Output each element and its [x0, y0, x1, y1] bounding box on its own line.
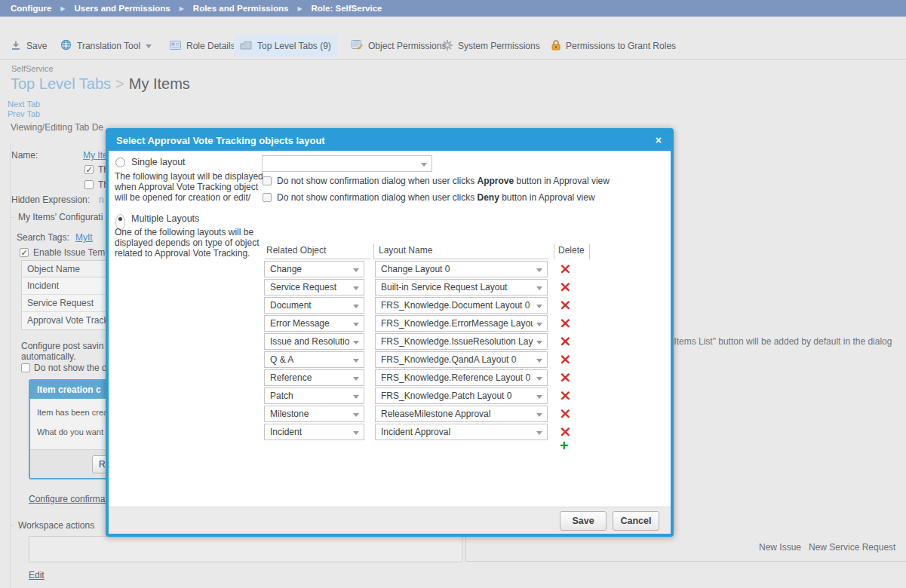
related-object-select[interactable]: Incident: [264, 424, 364, 440]
chevron-down-icon: [536, 431, 542, 435]
do-not-show-dialog-checkbox[interactable]: [21, 363, 30, 372]
related-object-select[interactable]: Milestone: [264, 406, 364, 422]
related-object-value: Change: [270, 264, 350, 274]
layout-name-select[interactable]: Change Layout 0: [375, 261, 548, 277]
post-save-text-1: Configure post savin: [21, 341, 103, 351]
top-level-tabs-button[interactable]: Top Level Tabs (9): [234, 35, 337, 57]
chevron-down-icon: [353, 323, 359, 326]
search-tags-link[interactable]: MyIt: [75, 232, 93, 243]
layout-name-value: FRS_Knowledge.Patch Layout 0: [381, 390, 533, 401]
related-object-select[interactable]: Q & A: [264, 351, 364, 368]
deny-label-bold: Deny: [477, 192, 499, 203]
delete-row-button[interactable]: ×: [559, 332, 572, 350]
prev-tab-link[interactable]: Prev Tab: [8, 109, 40, 118]
layout-name-value: Change Layout 0: [381, 264, 533, 274]
related-object-select[interactable]: Document: [264, 297, 364, 314]
delete-row-button[interactable]: ×: [559, 296, 572, 314]
delete-row-button[interactable]: ×: [559, 259, 572, 277]
object-name-row[interactable]: Service Request: [22, 295, 118, 312]
delete-row-button[interactable]: ×: [559, 386, 572, 404]
add-row-button[interactable]: +: [560, 437, 569, 455]
single-layout-select[interactable]: [262, 155, 432, 172]
name-link[interactable]: My Ite: [83, 150, 108, 161]
translation-tool-button[interactable]: Translation Tool: [54, 35, 158, 57]
workspace-actions-legend: Workspace actions: [15, 520, 97, 531]
chevron-down-icon: [353, 395, 359, 399]
delete-row-button[interactable]: ×: [559, 368, 572, 386]
breadcrumb-item[interactable]: Users and Permissions: [74, 4, 170, 13]
layout-name-select[interactable]: Incident Approval: [375, 424, 548, 440]
related-object-select[interactable]: Patch: [264, 387, 364, 404]
top-level-tabs-label: Top Level Tabs (9): [257, 41, 331, 51]
multiple-layouts-description: One of the following layouts will be dis…: [115, 227, 275, 259]
breadcrumb-item[interactable]: Roles and Permissions: [193, 4, 289, 13]
role-details-icon: [170, 41, 181, 52]
layout-name-value: Built-in Service Request Layout: [381, 282, 533, 292]
name-label: Name:: [11, 150, 38, 161]
panel-border: [10, 143, 11, 588]
layout-name-column-header: Layout Name: [373, 244, 549, 259]
related-object-select[interactable]: Issue and Resolution: [264, 333, 364, 350]
chevron-down-icon: [536, 377, 542, 381]
object-permissions-icon: [352, 40, 363, 52]
layout-name-select[interactable]: FRS_Knowledge.IssueResolution Layout 0: [375, 333, 548, 350]
approve-confirmation-checkbox[interactable]: [263, 176, 272, 185]
related-object-value: Milestone: [270, 409, 350, 419]
chevron-down-icon: [353, 341, 359, 345]
delete-row-button[interactable]: ×: [559, 314, 572, 332]
gear-icon: [442, 40, 453, 53]
breadcrumb-arrow-icon: ▶: [180, 5, 184, 12]
page-title-separator: >: [115, 75, 124, 92]
bg-checkbox-1[interactable]: ✓: [84, 165, 94, 174]
delete-row-button[interactable]: ×: [559, 350, 572, 368]
save-button[interactable]: Save: [5, 35, 53, 57]
page-title-primary[interactable]: Top Level Tabs: [11, 75, 111, 92]
cancel-button[interactable]: Cancel: [613, 511, 659, 531]
layout-name-select[interactable]: FRS_Knowledge.Document Layout 0: [375, 297, 548, 314]
configure-confirmation-link[interactable]: Configure confirmat: [29, 494, 108, 504]
related-object-select[interactable]: Reference: [264, 369, 364, 386]
section-label: Viewing/Editing Tab De: [11, 122, 103, 133]
new-service-request-link[interactable]: New Service Request: [809, 542, 895, 553]
edit-link[interactable]: Edit: [29, 570, 45, 580]
item-creation-preview-dialog: Item creation c Item has been create Wha…: [29, 379, 113, 479]
permissions-to-grant-roles-button[interactable]: Permissions to Grant Roles: [545, 35, 682, 57]
bg-checkbox-2[interactable]: [84, 180, 94, 189]
layout-name-select[interactable]: ReleaseMilestone Approval: [375, 406, 548, 422]
breadcrumb-arrow-icon: ▶: [60, 5, 65, 12]
layout-name-select[interactable]: FRS_Knowledge.Reference Layout 0: [375, 369, 548, 386]
system-permissions-button[interactable]: System Permissions: [436, 35, 546, 57]
next-tab-link[interactable]: Next Tab: [8, 100, 40, 109]
table-row: Incident Incident Approval ×: [109, 424, 622, 440]
breadcrumb-item[interactable]: Configure: [11, 4, 51, 13]
deny-confirmation-checkbox[interactable]: [263, 193, 272, 202]
object-name-row[interactable]: Approval Vote Track: [22, 312, 118, 329]
breadcrumb-item[interactable]: Role: SelfService: [312, 4, 382, 13]
chevron-down-icon: [536, 323, 542, 326]
related-object-value: Reference: [270, 372, 350, 383]
enable-template-checkbox[interactable]: ✓: [20, 248, 29, 257]
table-row: Issue and Resolution FRS_Knowledge.Issue…: [109, 333, 622, 350]
related-object-value: Document: [270, 300, 350, 311]
close-icon[interactable]: ×: [656, 131, 662, 150]
save-icon: [11, 40, 21, 53]
object-name-row[interactable]: Incident: [22, 277, 118, 295]
single-layout-radio[interactable]: [115, 158, 125, 167]
related-object-value: Error Message: [270, 318, 350, 329]
delete-row-button[interactable]: ×: [559, 404, 572, 422]
chevron-down-icon: [353, 377, 359, 381]
layout-name-select[interactable]: Built-in Service Request Layout: [375, 279, 548, 296]
related-object-select[interactable]: Service Request: [264, 279, 364, 296]
layout-name-select[interactable]: FRS_Knowledge.Patch Layout 0: [375, 387, 548, 404]
layout-name-select[interactable]: FRS_Knowledge.QandA Layout 0: [375, 351, 548, 368]
layout-name-select[interactable]: FRS_Knowledge.ErrorMessage Layout 0: [375, 315, 548, 332]
approve-label-pre: Do not show confirmation dialog when use…: [277, 176, 477, 186]
related-object-select[interactable]: Error Message: [264, 315, 364, 332]
new-issue-link[interactable]: New Issue: [759, 542, 801, 553]
delete-row-button[interactable]: ×: [559, 277, 572, 296]
object-permissions-label: Object Permissions: [368, 41, 446, 51]
workspace-actions-box[interactable]: [29, 536, 462, 562]
save-button[interactable]: Save: [560, 511, 607, 531]
related-object-select[interactable]: Change: [264, 261, 364, 277]
role-details-button[interactable]: Role Details: [164, 35, 241, 57]
